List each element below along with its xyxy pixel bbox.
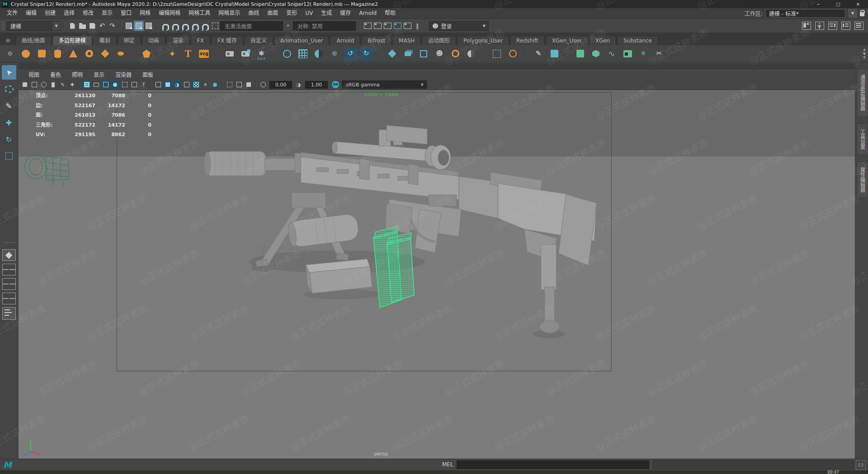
lock-camera-button[interactable]	[30, 81, 38, 89]
scroll-up-icon[interactable]: ▲	[863, 48, 865, 51]
toolkit-window-button[interactable]	[621, 47, 634, 60]
rotate-tool[interactable]: ↻	[2, 132, 16, 147]
extrude-button[interactable]	[417, 47, 430, 60]
boolean-button[interactable]	[386, 47, 398, 60]
menu-mesh-tools[interactable]: 网格工具	[184, 8, 214, 19]
active-surface-field[interactable]: 无激活曲面	[220, 21, 283, 31]
vp-menu-shading[interactable]: 着色	[45, 71, 66, 78]
lasso-tool[interactable]	[2, 82, 16, 96]
toolkit-pen-button[interactable]	[574, 47, 586, 60]
active-surface-arrow[interactable]: ▾	[283, 21, 293, 31]
save-scene-button[interactable]	[87, 21, 97, 31]
layout-single-pane-button[interactable]	[2, 249, 16, 261]
menu-create[interactable]: 创建	[41, 8, 60, 19]
menu-help[interactable]: 帮助	[381, 8, 400, 19]
shelf-tab-mash[interactable]: MASH	[392, 36, 421, 45]
tool-settings-tab[interactable]: 工具设置	[857, 123, 867, 155]
quadrangulate-button[interactable]	[297, 47, 309, 60]
vp-menu-lighting[interactable]: 照明	[66, 71, 88, 78]
ipr-render-button[interactable]	[373, 21, 382, 31]
gate-mask-toggle[interactable]	[111, 81, 119, 89]
snap-grid-button[interactable]	[160, 21, 170, 31]
shelf-tab-animation[interactable]: 动画	[142, 36, 165, 45]
render-view-button[interactable]	[392, 21, 402, 31]
multi-cut-button[interactable]: ✂	[653, 47, 665, 60]
lighting-button[interactable]: ☀	[201, 81, 210, 89]
menu-set-dropdown-arrow[interactable]: ▼	[52, 21, 61, 31]
resolution-gate-toggle[interactable]	[101, 81, 110, 89]
command-input[interactable]	[457, 460, 649, 469]
wrap-end-button[interactable]: ↻	[360, 47, 373, 60]
shelf-tab-polygons-user[interactable]: Polygons_User	[457, 36, 509, 45]
menu-display[interactable]: 显示	[98, 8, 117, 19]
menu-windows[interactable]: 窗口	[117, 8, 136, 19]
pan-zoom-button[interactable]: ✚	[68, 81, 76, 89]
poly-disc-button[interactable]	[114, 47, 127, 60]
pause-viewport-button[interactable]: ∥	[412, 21, 422, 31]
snap-curve-button[interactable]	[170, 21, 180, 31]
select-component-button[interactable]	[144, 21, 154, 31]
outliner-button[interactable]	[2, 307, 16, 320]
scroll-down-icon[interactable]: ▼	[863, 56, 865, 59]
camera-aim-button[interactable]	[223, 47, 236, 60]
shelf-tab-fx[interactable]: FX	[191, 36, 210, 45]
exposure-toggle[interactable]	[259, 81, 267, 89]
poly-cylinder-button[interactable]	[51, 47, 64, 60]
combine-button[interactable]	[281, 47, 293, 60]
platonic-solid-button[interactable]	[140, 47, 153, 60]
isolate-select-button[interactable]	[225, 81, 234, 89]
super-shape-button[interactable]: ✦	[166, 47, 179, 60]
gamma-toggle[interactable]: ◑	[294, 81, 303, 89]
shelf-scrollbar[interactable]: ▲ ● ▼	[863, 48, 866, 59]
snap-point-button[interactable]	[180, 21, 190, 31]
select-camera-button[interactable]	[20, 81, 29, 89]
workspace-dropdown-arrow[interactable]: ▼	[848, 9, 857, 18]
bookmark-button[interactable]	[49, 81, 57, 89]
shelf-tab-motion-graphics[interactable]: 运动图形	[422, 36, 456, 45]
snap-view-plane-button[interactable]	[200, 21, 210, 31]
shelf-tab-animation-user[interactable]: Animation_User	[274, 36, 330, 45]
wireframe-mode-button[interactable]	[154, 81, 162, 89]
select-hierarchy-button[interactable]	[124, 21, 134, 31]
channel-box-tab[interactable]: 通道盒/层编辑器	[857, 69, 867, 117]
menu-edit-mesh[interactable]: 编辑网格	[155, 8, 184, 19]
shelf-tab-poly-modeling[interactable]: 多边形建模	[52, 36, 92, 45]
minimize-button[interactable]: ─	[808, 0, 828, 8]
layout-two-pane-side-button[interactable]	[2, 264, 16, 275]
safe-title-toggle[interactable]: T	[139, 81, 148, 89]
vp-menu-renderer[interactable]: 渲染器	[110, 71, 137, 78]
shelf-options-button[interactable]: ⚙	[4, 47, 16, 60]
redo-button[interactable]: ↷	[107, 21, 117, 31]
make-live-shelf-button[interactable]	[491, 47, 503, 60]
shelf-tab-xgen-user[interactable]: XGen_User	[546, 36, 588, 45]
modeling-toolkit-toggle[interactable]	[802, 22, 811, 30]
textured-mode-button[interactable]: ◑	[173, 81, 181, 89]
shelf-tab-redshift[interactable]: Redshift	[510, 36, 545, 45]
attribute-editor-tab[interactable]: 属性编辑器	[857, 161, 867, 198]
camera-attributes-button[interactable]	[39, 81, 48, 89]
color-management-toggle[interactable]: ON	[332, 81, 339, 88]
checker-toggle[interactable]	[192, 81, 200, 89]
make-live-button[interactable]	[210, 21, 220, 31]
channel-box-toggle[interactable]	[854, 22, 863, 30]
grid-toggle[interactable]	[82, 81, 91, 89]
menu-curves[interactable]: 曲线	[244, 8, 263, 19]
paint-select-tool[interactable]: ✎	[2, 99, 16, 113]
shelf-menu-icon[interactable]: ≡	[5, 37, 11, 44]
menu-set-dropdown[interactable]: 建模	[6, 21, 52, 31]
toolkit-curve-button[interactable]: ∿	[605, 47, 618, 60]
menu-arnold[interactable]: Arnold	[355, 8, 381, 19]
poly-torus-button[interactable]	[83, 47, 95, 60]
shelf-tab-fx-caching[interactable]: FX 缓存	[211, 36, 243, 45]
sign-in-dropdown[interactable]: ☻ 登录 ▼	[429, 21, 489, 31]
select-object-button[interactable]	[134, 21, 144, 31]
maximize-button[interactable]: □	[828, 0, 848, 8]
symmetry-field[interactable]: 对称: 禁用	[293, 21, 356, 31]
exposure-field[interactable]: 0.00	[269, 81, 292, 89]
tool-settings-toggle[interactable]	[841, 22, 850, 30]
status-grip[interactable]	[1, 21, 5, 30]
poly-plane-button[interactable]	[99, 47, 111, 60]
menu-deform[interactable]: 变形	[282, 8, 301, 19]
snap-projected-center-button[interactable]	[190, 21, 200, 31]
attribute-editor-toggle[interactable]	[828, 22, 837, 30]
